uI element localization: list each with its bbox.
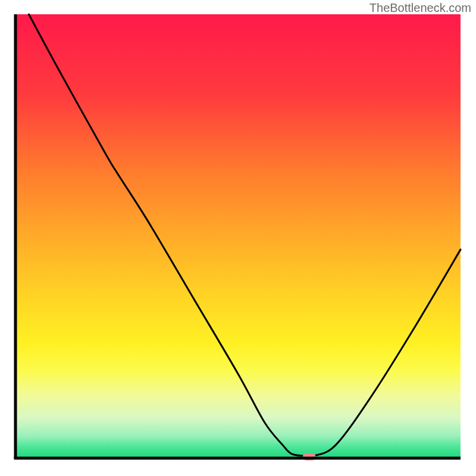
chart-svg [0, 0, 476, 476]
watermark-text: TheBottleneck.com [369, 1, 471, 15]
chart-background-gradient [15, 14, 461, 458]
bottleneck-chart [0, 0, 476, 476]
